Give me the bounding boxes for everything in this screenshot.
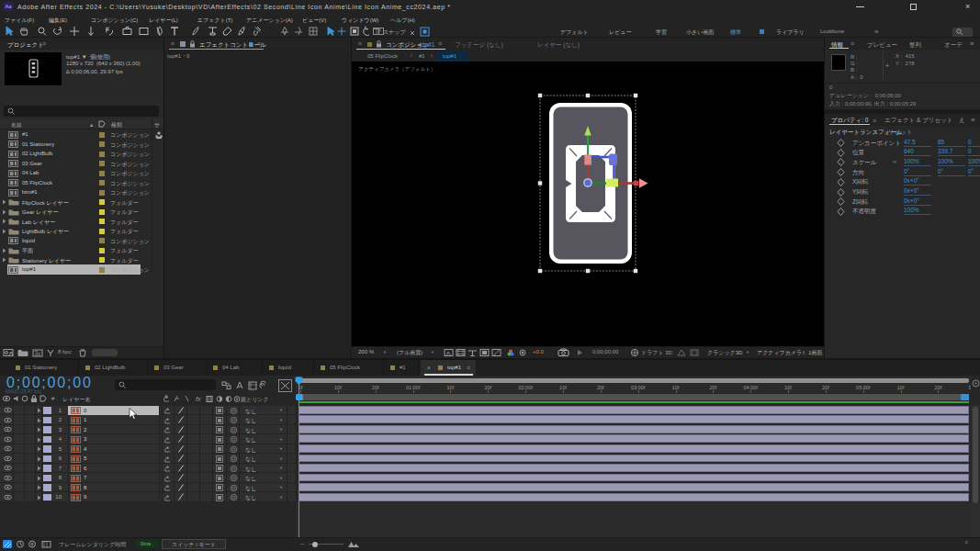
svg-text:fx: fx — [196, 396, 201, 402]
